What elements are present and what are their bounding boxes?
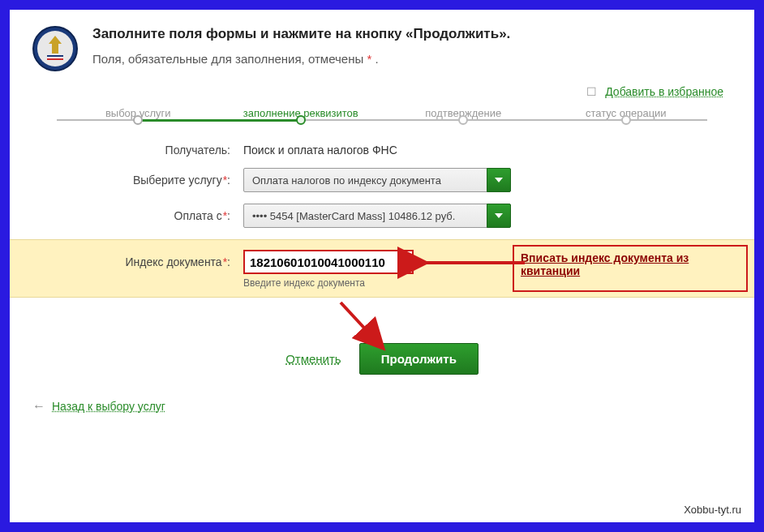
chevron-down-icon[interactable]: [487, 204, 511, 228]
chevron-down-icon[interactable]: [487, 168, 511, 192]
service-label: Выберите услугу*:: [32, 174, 243, 187]
docindex-input[interactable]: [243, 250, 414, 274]
row-recipient: Получатель: Поиск и оплата налогов ФНС: [32, 144, 732, 157]
highlighted-docindex-row: Индекс документа*: Введите индекс докуме…: [10, 239, 754, 298]
fns-logo: [32, 26, 78, 71]
page: Заполните поля формы и нажмите на кнопку…: [10, 10, 754, 522]
step-fill-requisites: заполнение реквизитов: [220, 107, 383, 126]
form: Получатель: Поиск и оплата налогов ФНС В…: [32, 144, 732, 298]
payfrom-select[interactable]: •••• 5454 [MasterCard Mass] 10486.12 руб…: [243, 204, 511, 228]
page-title: Заполните поля формы и нажмите на кнопку…: [92, 26, 510, 42]
annotation-callout: Вписать индекс документа из квитанции: [513, 245, 748, 292]
row-payfrom: Оплата с*: •••• 5454 [MasterCard Mass] 1…: [32, 204, 732, 228]
step-confirm: подтверждение: [382, 107, 545, 126]
payfrom-label: Оплата с*:: [32, 209, 243, 222]
required-note: Поля, обязательные для заполнения, отмеч…: [92, 52, 510, 66]
docindex-label: Индекс документа*:: [32, 255, 243, 268]
svg-rect-3: [47, 55, 63, 57]
service-select[interactable]: Оплата налогов по индексу документа: [243, 168, 511, 192]
back-link[interactable]: Назад к выбору услуг: [52, 400, 165, 413]
cancel-link[interactable]: Отменить: [285, 352, 341, 366]
svg-rect-4: [47, 58, 63, 60]
step-choose-service: выбор услуги: [57, 107, 220, 126]
actions-row: Отменить Продолжить: [32, 343, 732, 375]
row-service: Выберите услугу*: Оплата налогов по инде…: [32, 168, 732, 192]
arrow-left-icon: ←: [32, 399, 45, 414]
header: Заполните поля формы и нажмите на кнопку…: [32, 26, 732, 71]
add-favorite-link[interactable]: Добавить в избранное: [605, 85, 723, 98]
step-status: статус операции: [545, 107, 708, 126]
continue-button[interactable]: Продолжить: [359, 343, 479, 375]
recipient-value: Поиск и оплата налогов ФНС: [243, 144, 397, 157]
svg-line-6: [341, 302, 381, 346]
watermark: Xobbu-tyt.ru: [684, 504, 741, 516]
progress-stepper: выбор услуги заполнение реквизитов подтв…: [57, 107, 707, 126]
bookmark-icon: ☐: [586, 85, 597, 98]
recipient-label: Получатель:: [32, 144, 243, 157]
